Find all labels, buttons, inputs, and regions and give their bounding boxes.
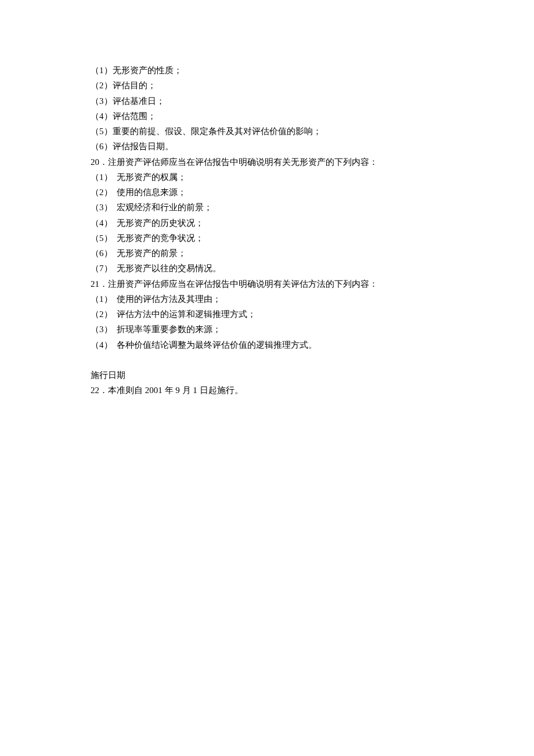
text-line: （4） 无形资产的历史状况；: [91, 215, 462, 231]
section-heading: 施行日期: [91, 368, 462, 383]
text-line: （4） 各种价值结论调整为最终评估价值的逻辑推理方式。: [91, 337, 462, 352]
text-line: （4）评估范围；: [91, 109, 462, 124]
blank-line: [91, 352, 462, 368]
text-line: （6）评估报告日期。: [91, 139, 462, 154]
text-line: （5） 无形资产的竞争状况；: [91, 231, 462, 246]
text-line: （2） 使用的信息来源；: [91, 185, 462, 200]
text-line: 20．注册资产评估师应当在评估报告中明确说明有关无形资产的下列内容：: [91, 154, 462, 170]
text-line: （1）无形资产的性质；: [91, 63, 462, 78]
text-line: 21．注册资产评估师应当在评估报告中明确说明有关评估方法的下列内容：: [91, 276, 462, 291]
text-line: （7） 无形资产以往的交易情况。: [91, 261, 462, 276]
text-line: （2） 评估方法中的运算和逻辑推理方式；: [91, 307, 462, 322]
text-line: （6） 无形资产的前景；: [91, 246, 462, 261]
text-line: （3） 折现率等重要参数的来源；: [91, 322, 462, 337]
text-line: （5）重要的前提、假设、限定条件及其对评估价值的影响；: [91, 124, 462, 139]
text-line: （2）评估目的；: [91, 78, 462, 93]
document-page: （1）无形资产的性质； （2）评估目的； （3）评估基准日； （4）评估范围； …: [0, 0, 462, 398]
text-line: （3） 宏观经济和行业的前景；: [91, 200, 462, 215]
text-line: 22．本准则自 2001 年 9 月 1 日起施行。: [91, 383, 462, 398]
text-line: （1） 无形资产的权属；: [91, 170, 462, 185]
text-line: （1） 使用的评估方法及其理由；: [91, 291, 462, 307]
text-line: （3）评估基准日；: [91, 93, 462, 109]
